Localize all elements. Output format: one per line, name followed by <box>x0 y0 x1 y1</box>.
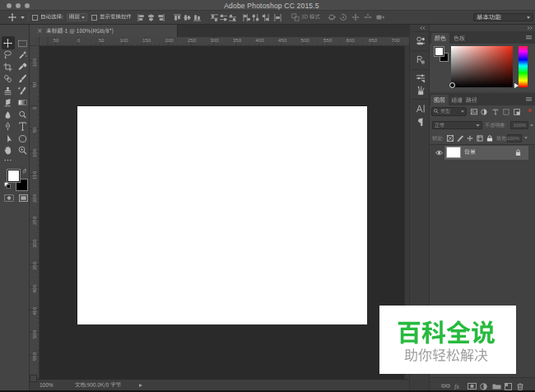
quick-mask-button[interactable] <box>2 192 15 204</box>
tab-close-icon[interactable]: × <box>37 27 43 35</box>
opacity-field[interactable]: 100% <box>510 121 528 129</box>
pen-tool[interactable] <box>2 120 14 133</box>
path-select-tool[interactable] <box>2 133 14 145</box>
layer-thumbnail[interactable] <box>446 147 461 158</box>
fill-field[interactable]: 100% <box>507 134 522 142</box>
distribute-left-button[interactable] <box>243 11 250 24</box>
quick-select-tool[interactable] <box>16 49 29 61</box>
ellipse-tool[interactable] <box>16 133 29 145</box>
filter-pixel-button[interactable] <box>471 109 477 115</box>
adjustment-layer-icon[interactable] <box>480 383 487 390</box>
swap-colors-icon[interactable] <box>22 169 28 174</box>
distribute-top-button[interactable] <box>211 11 218 24</box>
crop-tool[interactable] <box>2 61 14 73</box>
blur-tool[interactable] <box>2 109 14 121</box>
tab-color[interactable] <box>431 33 449 44</box>
zoom-tool[interactable] <box>16 144 29 156</box>
3d-slide-button[interactable] <box>364 11 372 24</box>
screen-mode-button[interactable] <box>17 192 30 204</box>
tab-swatches[interactable] <box>450 33 468 44</box>
zoom-level-field[interactable]: 100% <box>40 382 54 388</box>
move-tool[interactable] <box>2 37 14 49</box>
filter-shape-button[interactable] <box>503 109 509 115</box>
3d-roll-button[interactable] <box>339 11 347 24</box>
character-panel-button[interactable] <box>414 103 426 115</box>
lock-transparent-button[interactable] <box>447 135 454 142</box>
layer-style-icon[interactable]: fx <box>454 383 463 390</box>
filter-adjustment-button[interactable] <box>481 109 487 115</box>
brush-panel-button[interactable] <box>414 85 426 97</box>
filter-smartobject-button[interactable] <box>514 109 520 115</box>
document-tab[interactable]: × <box>30 25 178 37</box>
brush-tool[interactable] <box>16 72 29 85</box>
lock-position-button[interactable] <box>467 135 473 142</box>
layer-filter-type-select[interactable] <box>431 107 467 116</box>
link-layers-icon[interactable] <box>441 383 450 389</box>
distribute-right-button[interactable] <box>262 11 269 24</box>
lasso-tool[interactable] <box>2 49 14 61</box>
filter-toggle-red-dot[interactable] <box>528 109 533 113</box>
blend-mode-select[interactable] <box>432 121 482 129</box>
align-top-button[interactable] <box>174 11 181 24</box>
hue-slider[interactable] <box>519 46 528 87</box>
align-right-button[interactable] <box>157 11 165 24</box>
eyedropper-tool[interactable] <box>16 61 29 73</box>
align-middle-v-button[interactable] <box>184 11 191 24</box>
auto-select-checkbox[interactable] <box>32 11 38 24</box>
layer-row-background[interactable] <box>430 146 535 160</box>
properties-panel-button[interactable] <box>414 72 426 85</box>
3d-dolly-button[interactable] <box>376 11 384 24</box>
distribute-center-button[interactable] <box>252 11 259 24</box>
paragraph-panel-button[interactable] <box>414 116 426 128</box>
align-bottom-button[interactable] <box>193 11 201 24</box>
lock-pixels-button[interactable] <box>457 135 463 142</box>
filter-type-button[interactable] <box>492 109 499 115</box>
tool-preset-chevron[interactable] <box>21 11 25 24</box>
move-tool-preset[interactable] <box>8 11 16 24</box>
new-layer-icon[interactable] <box>505 383 512 390</box>
color-cursor[interactable] <box>449 82 455 88</box>
tab-paths[interactable] <box>463 95 481 105</box>
foreground-color-swatch[interactable] <box>435 47 444 56</box>
distribute-bottom-button[interactable] <box>229 11 236 24</box>
3d-orbit-button[interactable] <box>328 11 336 24</box>
foreground-color-swatch[interactable] <box>7 170 20 182</box>
default-colors-icon[interactable] <box>4 182 11 189</box>
lock-artboard-button[interactable] <box>477 135 483 142</box>
collapse-panels-icon[interactable] <box>527 26 533 30</box>
dodge-tool[interactable] <box>16 109 29 121</box>
tab-layers[interactable] <box>430 95 449 105</box>
canvas-pasteboard[interactable] <box>40 46 409 379</box>
layer-mask-icon[interactable] <box>468 383 477 390</box>
type-tool[interactable] <box>16 120 29 133</box>
distribute-spacing-button[interactable] <box>274 11 281 24</box>
status-menu-arrow[interactable] <box>139 384 142 387</box>
chevron-down-icon[interactable] <box>524 137 528 139</box>
workspace-switcher[interactable] <box>473 13 533 21</box>
vertical-ruler[interactable]: 1005005010015020025030035040045050055060… <box>30 46 40 379</box>
history-brush-tool[interactable] <box>16 85 29 97</box>
auto-align-layers-button[interactable] <box>291 11 300 24</box>
expand-panels-icon[interactable] <box>420 26 426 30</box>
distribute-middle-button[interactable] <box>220 11 227 24</box>
align-left-button[interactable] <box>137 11 145 24</box>
layer-visibility-eye-icon[interactable] <box>435 150 443 156</box>
align-center-h-button[interactable] <box>147 11 155 24</box>
marquee-tool[interactable] <box>16 37 29 49</box>
gradient-tool[interactable] <box>16 96 29 109</box>
healing-tool[interactable] <box>2 72 14 85</box>
eraser-tool[interactable] <box>2 96 14 109</box>
stamp-tool[interactable] <box>2 85 14 97</box>
edit-toolbar-tool[interactable] <box>2 154 14 166</box>
adjustments-panel-button[interactable] <box>414 35 426 48</box>
horizontal-ruler[interactable]: 5005010015020025030035040045050055060065… <box>40 37 409 46</box>
panel-menu-icon[interactable] <box>526 97 532 101</box>
auto-select-dropdown[interactable] <box>67 13 87 21</box>
panel-menu-icon[interactable] <box>526 35 532 40</box>
chevron-down-icon[interactable] <box>530 124 533 127</box>
3d-pan-button[interactable] <box>351 11 360 24</box>
ruler-origin-corner[interactable] <box>30 37 40 46</box>
show-transform-checkbox[interactable] <box>91 11 97 24</box>
history-panel-button[interactable] <box>414 54 426 66</box>
lock-all-button[interactable] <box>486 135 493 142</box>
